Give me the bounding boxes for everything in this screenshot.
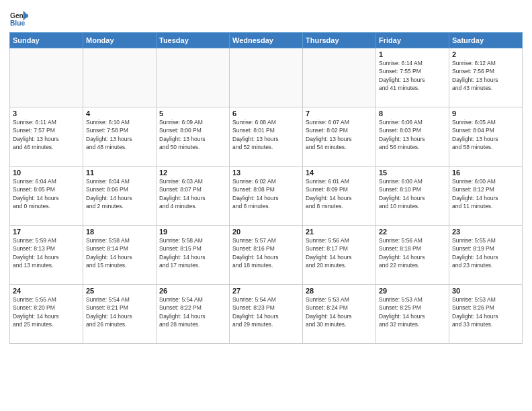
calendar-cell: 25Sunrise: 5:54 AMSunset: 8:21 PMDayligh… xyxy=(83,285,157,344)
calendar-cell: 16Sunrise: 6:00 AMSunset: 8:12 PMDayligh… xyxy=(449,167,523,226)
day-number: 26 xyxy=(159,287,226,295)
day-number: 12 xyxy=(159,169,226,177)
day-number: 14 xyxy=(306,169,373,177)
day-number: 6 xyxy=(232,109,300,118)
calendar-cell: 21Sunrise: 5:56 AMSunset: 8:17 PMDayligh… xyxy=(303,226,376,285)
day-info: Sunrise: 5:55 AMSunset: 8:19 PMDaylight:… xyxy=(452,236,519,269)
day-number: 23 xyxy=(452,228,519,236)
calendar-cell: 3Sunrise: 6:11 AMSunset: 7:57 PMDaylight… xyxy=(10,107,83,167)
day-number: 25 xyxy=(86,287,153,295)
calendar-week-0: 1Sunrise: 6:14 AMSunset: 7:55 PMDaylight… xyxy=(10,48,523,107)
calendar-cell: 6Sunrise: 6:08 AMSunset: 8:01 PMDaylight… xyxy=(230,107,303,167)
day-info: Sunrise: 5:59 AMSunset: 8:13 PMDaylight:… xyxy=(13,236,80,269)
day-info: Sunrise: 6:07 AMSunset: 8:02 PMDaylight:… xyxy=(306,118,373,151)
day-number: 29 xyxy=(379,287,446,295)
day-info: Sunrise: 6:05 AMSunset: 8:04 PMDaylight:… xyxy=(452,118,519,151)
logo-icon: General Blue xyxy=(9,9,28,28)
day-number: 17 xyxy=(13,228,80,236)
calendar-cell xyxy=(10,48,83,107)
day-number: 3 xyxy=(13,109,80,118)
day-info: Sunrise: 5:53 AMSunset: 8:26 PMDaylight:… xyxy=(452,295,519,328)
day-number: 18 xyxy=(86,228,153,236)
day-info: Sunrise: 6:14 AMSunset: 7:55 PMDaylight:… xyxy=(379,59,446,92)
day-info: Sunrise: 6:04 AMSunset: 8:05 PMDaylight:… xyxy=(13,177,80,210)
day-info: Sunrise: 6:11 AMSunset: 7:57 PMDaylight:… xyxy=(13,118,80,151)
calendar-cell: 19Sunrise: 5:58 AMSunset: 8:15 PMDayligh… xyxy=(157,226,230,285)
calendar-cell xyxy=(230,48,303,107)
day-info: Sunrise: 5:54 AMSunset: 8:21 PMDaylight:… xyxy=(86,295,153,328)
calendar-cell: 26Sunrise: 5:54 AMSunset: 8:22 PMDayligh… xyxy=(157,285,230,344)
calendar-cell: 12Sunrise: 6:03 AMSunset: 8:07 PMDayligh… xyxy=(157,167,230,226)
calendar-cell: 17Sunrise: 5:59 AMSunset: 8:13 PMDayligh… xyxy=(10,226,83,285)
calendar-header-row: SundayMondayTuesdayWednesdayThursdayFrid… xyxy=(10,33,523,48)
day-info: Sunrise: 6:03 AMSunset: 8:07 PMDaylight:… xyxy=(159,177,226,210)
day-info: Sunrise: 5:54 AMSunset: 8:22 PMDaylight:… xyxy=(159,295,226,328)
calendar-cell: 1Sunrise: 6:14 AMSunset: 7:55 PMDaylight… xyxy=(376,48,449,107)
day-number: 15 xyxy=(379,169,446,177)
day-number: 16 xyxy=(452,169,519,177)
day-number: 21 xyxy=(306,228,373,236)
svg-text:Blue: Blue xyxy=(10,19,26,27)
calendar-cell: 4Sunrise: 6:10 AMSunset: 7:58 PMDaylight… xyxy=(83,107,157,167)
page-header: General Blue xyxy=(9,7,523,28)
day-number: 13 xyxy=(232,169,300,177)
day-info: Sunrise: 6:08 AMSunset: 8:01 PMDaylight:… xyxy=(232,118,300,151)
calendar-header-tuesday: Tuesday xyxy=(157,33,230,48)
day-info: Sunrise: 6:10 AMSunset: 7:58 PMDaylight:… xyxy=(86,118,153,151)
day-info: Sunrise: 5:57 AMSunset: 8:16 PMDaylight:… xyxy=(232,236,300,269)
logo: General Blue xyxy=(9,9,28,28)
day-number: 30 xyxy=(452,287,519,295)
day-number: 4 xyxy=(86,109,153,118)
calendar-header-thursday: Thursday xyxy=(303,33,376,48)
day-info: Sunrise: 5:53 AMSunset: 8:25 PMDaylight:… xyxy=(379,295,446,328)
day-info: Sunrise: 6:04 AMSunset: 8:06 PMDaylight:… xyxy=(86,177,153,210)
calendar-table: SundayMondayTuesdayWednesdayThursdayFrid… xyxy=(9,32,523,344)
calendar-cell: 18Sunrise: 5:58 AMSunset: 8:14 PMDayligh… xyxy=(83,226,157,285)
calendar-header-sunday: Sunday xyxy=(10,33,83,48)
day-info: Sunrise: 6:09 AMSunset: 8:00 PMDaylight:… xyxy=(159,118,226,151)
day-number: 20 xyxy=(232,228,300,236)
calendar-week-4: 24Sunrise: 5:55 AMSunset: 8:20 PMDayligh… xyxy=(10,285,523,344)
day-info: Sunrise: 6:01 AMSunset: 8:09 PMDaylight:… xyxy=(306,177,373,210)
day-number: 27 xyxy=(232,287,300,295)
day-number: 11 xyxy=(86,169,153,177)
calendar-cell: 14Sunrise: 6:01 AMSunset: 8:09 PMDayligh… xyxy=(303,167,376,226)
calendar-cell: 29Sunrise: 5:53 AMSunset: 8:25 PMDayligh… xyxy=(376,285,449,344)
calendar-cell xyxy=(83,48,157,107)
day-number: 19 xyxy=(159,228,226,236)
calendar-cell: 28Sunrise: 5:53 AMSunset: 8:24 PMDayligh… xyxy=(303,285,376,344)
calendar-cell: 7Sunrise: 6:07 AMSunset: 8:02 PMDaylight… xyxy=(303,107,376,167)
day-info: Sunrise: 6:00 AMSunset: 8:10 PMDaylight:… xyxy=(379,177,446,210)
calendar-cell: 27Sunrise: 5:54 AMSunset: 8:23 PMDayligh… xyxy=(230,285,303,344)
calendar-cell: 5Sunrise: 6:09 AMSunset: 8:00 PMDaylight… xyxy=(157,107,230,167)
day-number: 22 xyxy=(379,228,446,236)
calendar-week-2: 10Sunrise: 6:04 AMSunset: 8:05 PMDayligh… xyxy=(10,167,523,226)
calendar-cell xyxy=(157,48,230,107)
calendar-cell xyxy=(303,48,376,107)
calendar-cell: 11Sunrise: 6:04 AMSunset: 8:06 PMDayligh… xyxy=(83,167,157,226)
calendar-header-wednesday: Wednesday xyxy=(230,33,303,48)
day-info: Sunrise: 5:54 AMSunset: 8:23 PMDaylight:… xyxy=(232,295,300,328)
calendar-header-saturday: Saturday xyxy=(449,33,523,48)
day-number: 8 xyxy=(379,109,446,118)
calendar-cell: 30Sunrise: 5:53 AMSunset: 8:26 PMDayligh… xyxy=(449,285,523,344)
day-number: 24 xyxy=(13,287,80,295)
day-info: Sunrise: 5:56 AMSunset: 8:18 PMDaylight:… xyxy=(379,236,446,269)
calendar-cell: 20Sunrise: 5:57 AMSunset: 8:16 PMDayligh… xyxy=(230,226,303,285)
calendar-cell: 9Sunrise: 6:05 AMSunset: 8:04 PMDaylight… xyxy=(449,107,523,167)
calendar-cell: 8Sunrise: 6:06 AMSunset: 8:03 PMDaylight… xyxy=(376,107,449,167)
day-info: Sunrise: 6:02 AMSunset: 8:08 PMDaylight:… xyxy=(232,177,300,210)
calendar-cell: 10Sunrise: 6:04 AMSunset: 8:05 PMDayligh… xyxy=(10,167,83,226)
day-number: 28 xyxy=(306,287,373,295)
calendar-header-monday: Monday xyxy=(83,33,157,48)
day-number: 2 xyxy=(452,50,519,58)
calendar-cell: 24Sunrise: 5:55 AMSunset: 8:20 PMDayligh… xyxy=(10,285,83,344)
calendar-week-1: 3Sunrise: 6:11 AMSunset: 7:57 PMDaylight… xyxy=(10,107,523,167)
calendar-cell: 22Sunrise: 5:56 AMSunset: 8:18 PMDayligh… xyxy=(376,226,449,285)
day-info: Sunrise: 5:56 AMSunset: 8:17 PMDaylight:… xyxy=(306,236,373,269)
day-info: Sunrise: 6:00 AMSunset: 8:12 PMDaylight:… xyxy=(452,177,519,210)
calendar-cell: 2Sunrise: 6:12 AMSunset: 7:56 PMDaylight… xyxy=(449,48,523,107)
day-number: 5 xyxy=(159,109,226,118)
calendar-header-friday: Friday xyxy=(376,33,449,48)
day-info: Sunrise: 6:12 AMSunset: 7:56 PMDaylight:… xyxy=(452,59,519,92)
